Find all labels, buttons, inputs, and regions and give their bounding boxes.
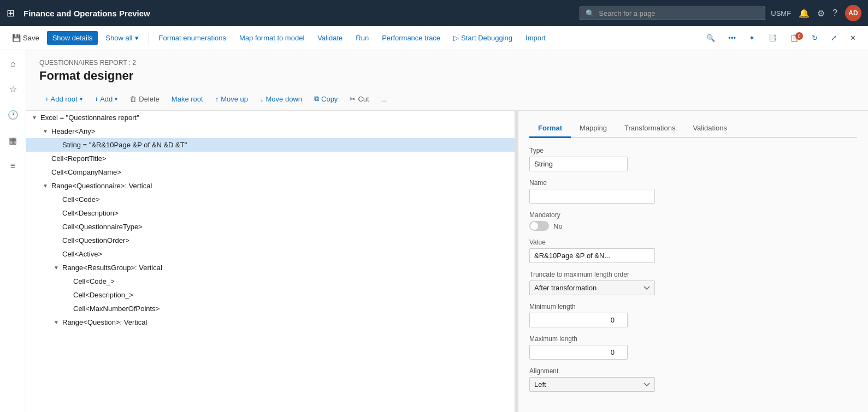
close-button[interactable]: ✕ [845,31,861,45]
make-root-button[interactable]: Make root [166,92,209,106]
tree-item[interactable]: Cell<Code_> [26,274,515,288]
truncate-field-group: Truncate to maximum length order After t… [529,271,857,295]
help-icon[interactable]: ? [832,8,837,18]
max-length-input[interactable] [529,345,628,360]
run-button[interactable]: Run [350,31,374,45]
resize-handle[interactable] [515,111,518,412]
search-placeholder: Search for a page [599,9,655,17]
page-header: QUESTIONNAIRES REPORT : 2 Format designe… [26,50,868,87]
add-label: + Add [95,95,113,103]
copy-button[interactable]: ⧉ Copy [309,92,343,106]
tree-item[interactable]: Cell<MaxNumberOfPoints> [26,302,515,315]
star-icon[interactable]: ☆ [6,81,20,98]
tree-item[interactable]: Cell<Description> [26,206,515,220]
tree-item[interactable]: ▼Range<Questionnaire>: Vertical [26,179,515,193]
tree-item[interactable]: Cell<QuestionOrder> [26,234,515,247]
tree-toggle[interactable]: ▼ [42,128,49,134]
tree-item[interactable]: Cell<Description_> [26,288,515,302]
tab-format[interactable]: Format [529,120,571,138]
grid-icon[interactable]: ⊞ [7,7,15,19]
tree-toggle[interactable]: ▼ [31,115,38,121]
search-icon: 🔍 [586,9,594,17]
add-button[interactable]: + Add ▾ [89,92,123,106]
tab-transformations[interactable]: Transformations [616,120,684,138]
tree-item-label: Header<Any> [51,127,95,135]
view-button[interactable]: 📑 [763,31,782,45]
settings-icon[interactable]: ⚙ [817,8,825,19]
tree-item-label: Cell<Code_> [73,277,115,285]
tree-item-label: Cell<ReportTitle> [51,154,107,163]
tree-item[interactable]: Cell<Code> [26,193,515,206]
tree-item[interactable]: Cell<Active> [26,247,515,261]
value-input[interactable] [529,248,655,263]
search-toolbar-button[interactable]: 🔍 [701,31,721,45]
delete-icon: 🗑 [129,95,137,103]
tree-toggle[interactable]: ▼ [52,265,60,271]
name-label: Name [529,179,857,187]
separator-1 [149,32,149,44]
user-label: USMF [771,9,791,17]
truncate-label: Truncate to maximum length order [529,271,857,278]
tab-mapping[interactable]: Mapping [571,120,616,138]
truncate-select[interactable]: After transformation Before transformati… [529,280,655,295]
notification-icon[interactable]: 🔔 [799,8,810,19]
name-input[interactable] [529,189,655,204]
refresh-button[interactable]: ↻ [806,31,823,45]
avatar[interactable]: AD [845,5,861,21]
format-enumerations-button[interactable]: Format enumerations [153,31,232,45]
import-button[interactable]: Import [520,31,551,45]
alignment-field-group: Alignment Left Center Right [529,367,857,392]
list-icon[interactable]: ≡ [7,158,19,174]
validate-button[interactable]: Validate [312,31,348,45]
badge-button[interactable]: 📋 0 [784,31,804,45]
tree-panel: ▼Excel = "Questionnaires report"▼Header<… [26,111,515,412]
tree-item[interactable]: Cell<CompanyName> [26,165,515,179]
save-button[interactable]: 💾 Save [7,31,45,45]
performance-trace-button[interactable]: Performance trace [376,31,446,45]
settings-toolbar-button[interactable]: ✦ [743,31,760,45]
tree-item[interactable]: ▼Range<ResultsGroup>: Vertical [26,261,515,274]
mandatory-field-group: Mandatory No [529,211,857,231]
mandatory-toggle[interactable] [529,221,549,231]
max-length-label: Maximum length [529,335,857,343]
delete-button[interactable]: 🗑 Delete [124,92,165,106]
tree-item[interactable]: ▼Excel = "Questionnaires report" [26,111,515,124]
tree-item-label: Cell<Active> [62,250,102,258]
app-title: Finance and Operations Preview [23,9,574,18]
expand-button[interactable]: ⤢ [825,31,842,45]
tree-toggle[interactable]: ▼ [42,183,49,189]
tree-toggle[interactable]: ▼ [52,319,60,325]
move-up-button[interactable]: ↑ Move up [210,92,253,106]
tree-item[interactable]: ▼Header<Any> [26,124,515,138]
home-icon[interactable]: ⌂ [7,56,19,72]
more-actions-button[interactable]: ... [376,92,393,106]
start-debugging-button[interactable]: ▷ Start Debugging [448,31,518,45]
history-icon[interactable]: 🕐 [4,106,22,123]
show-all-button[interactable]: Show all ▾ [100,31,144,45]
mandatory-label: Mandatory [529,211,857,219]
min-length-label: Minimum length [529,303,857,311]
min-length-input[interactable] [529,313,628,327]
cut-button[interactable]: ✂ Cut [344,92,374,106]
max-length-field-group: Maximum length [529,335,857,360]
workspace-icon[interactable]: ▦ [5,132,20,149]
top-nav: ⊞ Finance and Operations Preview 🔍 Searc… [0,0,868,26]
left-sidebar: ⌂ ☆ 🕐 ▦ ≡ [0,50,26,412]
main-content: QUESTIONNAIRES REPORT : 2 Format designe… [26,50,868,412]
value-label: Value [529,238,857,246]
tree-item[interactable]: ▼Range<Question>: Vertical [26,315,515,329]
value-field-group: Value [529,238,857,263]
tab-validations[interactable]: Validations [684,120,736,138]
tree-item[interactable]: Cell<QuestionnaireType> [26,220,515,234]
tree-item[interactable]: Cell<ReportTitle> [26,152,515,165]
more-options-button[interactable]: ••• [723,31,741,45]
map-format-button[interactable]: Map format to model [234,31,310,45]
move-down-button[interactable]: ↓ Move down [255,92,308,106]
debug-icon: ▷ [453,34,459,42]
tree-item[interactable]: String = "&R&10Page &P of &N &D &T" [26,138,515,152]
alignment-select[interactable]: Left Center Right [529,377,655,392]
show-details-button[interactable]: Show details [47,31,98,45]
search-bar[interactable]: 🔍 Search for a page [580,7,765,20]
add-root-button[interactable]: + Add root ▾ [39,92,88,106]
type-input[interactable] [529,157,628,171]
